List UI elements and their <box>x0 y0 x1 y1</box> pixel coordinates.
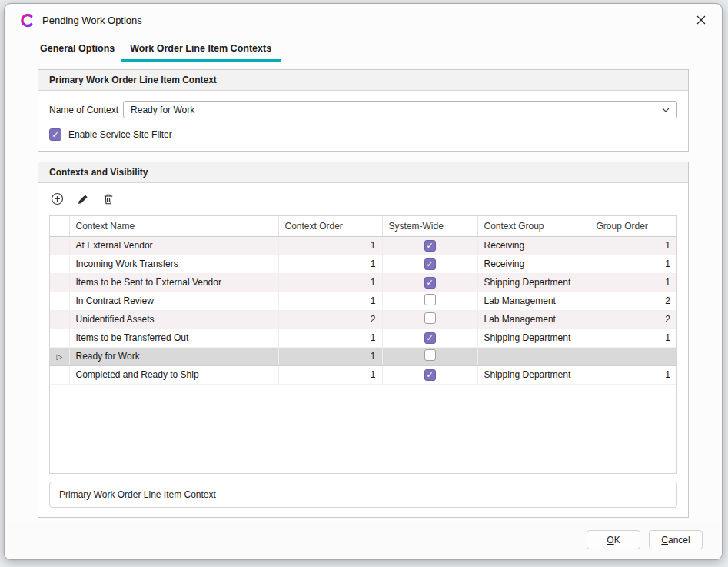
grid-footer-panel: Primary Work Order Line Item Context <box>49 482 677 508</box>
primary-context-header: Primary Work Order Line Item Context <box>38 70 688 91</box>
table-row[interactable]: Incoming Work Transfers 1 Receiving 1 <box>50 255 676 273</box>
system-wide-cell <box>382 329 477 347</box>
system-wide-checkbox[interactable] <box>424 349 436 361</box>
context-name-cell: Items to be Transferred Out <box>69 329 278 347</box>
close-icon <box>696 15 706 25</box>
system-wide-cell <box>382 310 477 329</box>
row-selector-cell <box>50 255 69 273</box>
cancel-button[interactable]: Cancel <box>649 530 703 549</box>
system-wide-checkbox[interactable] <box>424 258 436 270</box>
context-name-cell: At External Vendor <box>69 236 278 255</box>
trash-icon <box>102 193 115 205</box>
context-group-cell: Shipping Department <box>477 273 590 292</box>
context-name-cell: Incoming Work Transfers <box>69 255 278 273</box>
context-order-cell: 1 <box>278 365 382 384</box>
column-header-context-name[interactable]: Context Name <box>69 216 278 236</box>
context-group-cell: Shipping Department <box>477 365 590 384</box>
column-header-system-wide[interactable]: System-Wide <box>382 216 477 236</box>
app-logo-icon <box>20 13 35 28</box>
row-selector-cell <box>50 236 69 255</box>
row-selector-cell <box>50 365 69 384</box>
system-wide-cell <box>382 365 477 384</box>
context-name-cell: Unidentified Assets <box>69 310 278 329</box>
tab-strip: General Options Work Order Line Item Con… <box>38 39 722 62</box>
current-row-arrow-icon: ▷ <box>56 352 62 361</box>
table-row[interactable]: Completed and Ready to Ship 1 Shipping D… <box>50 365 676 384</box>
context-group-cell: Shipping Department <box>477 329 590 347</box>
system-wide-checkbox[interactable] <box>424 277 436 289</box>
system-wide-checkbox[interactable] <box>424 332 436 344</box>
row-selector-cell <box>50 310 69 329</box>
system-wide-checkbox[interactable] <box>424 294 436 305</box>
group-order-cell: 2 <box>590 310 676 329</box>
context-name-cell: In Contract Review <box>69 292 278 310</box>
pending-work-options-dialog: Pending Work Options General Options Wor… <box>4 3 723 560</box>
context-order-cell: 1 <box>278 236 382 255</box>
contexts-visibility-header: Contexts and Visibility <box>38 162 688 183</box>
group-order-cell: 2 <box>590 292 676 310</box>
contexts-visibility-groupbox: Contexts and Visibility <box>38 162 689 518</box>
delete-context-button[interactable] <box>101 192 115 206</box>
context-order-cell: 1 <box>278 255 382 273</box>
table-header-row: Context Name Context Order System-Wide C… <box>50 216 676 236</box>
table-row[interactable]: Items to be Sent to External Vendor 1 Sh… <box>50 273 676 292</box>
context-order-cell: 1 <box>278 292 382 310</box>
context-name-cell: Completed and Ready to Ship <box>69 365 278 384</box>
context-order-cell: 1 <box>278 347 382 365</box>
context-group-cell: Receiving <box>477 255 590 273</box>
table-row[interactable]: In Contract Review 1 Lab Management 2 <box>50 292 676 310</box>
group-order-cell: 1 <box>590 365 676 384</box>
tab-general-options[interactable]: General Options <box>38 39 116 62</box>
column-header-context-order[interactable]: Context Order <box>278 216 382 236</box>
tab-work-order-line-item-contexts[interactable]: Work Order Line Item Contexts <box>128 39 273 62</box>
group-order-cell: 1 <box>590 329 676 347</box>
circle-plus-icon <box>51 192 64 205</box>
ok-button[interactable]: OK <box>587 530 640 549</box>
system-wide-checkbox[interactable] <box>424 369 436 381</box>
row-selector-cell <box>50 329 69 347</box>
system-wide-cell <box>382 255 477 273</box>
context-order-cell: 1 <box>278 273 382 292</box>
group-order-cell: 1 <box>590 273 676 292</box>
context-group-cell <box>477 347 590 365</box>
name-of-context-label: Name of Context <box>49 105 118 115</box>
table-row-selected[interactable]: ▷ Ready for Work 1 <box>50 347 676 365</box>
group-order-cell: 1 <box>590 236 676 255</box>
column-header-group-order[interactable]: Group Order <box>590 216 676 236</box>
context-order-cell: 1 <box>278 329 382 347</box>
contexts-table: Context Name Context Order System-Wide C… <box>50 216 676 385</box>
chevron-down-icon <box>662 108 670 112</box>
column-header-context-group[interactable]: Context Group <box>477 216 590 236</box>
name-of-context-value: Ready for Work <box>131 105 194 115</box>
dialog-button-bar: OK Cancel <box>5 522 722 559</box>
table-row[interactable]: Items to be Transferred Out 1 Shipping D… <box>50 329 676 347</box>
system-wide-cell <box>382 347 477 365</box>
system-wide-checkbox[interactable] <box>424 312 436 324</box>
system-wide-cell <box>382 236 477 255</box>
system-wide-cell <box>382 273 477 292</box>
row-selector-cell <box>50 273 69 292</box>
group-order-cell <box>590 347 676 365</box>
context-name-cell: Items to be Sent to External Vendor <box>69 273 278 292</box>
group-order-cell: 1 <box>590 255 676 273</box>
row-selector-cell <box>50 292 69 310</box>
name-of-context-combobox[interactable]: Ready for Work <box>123 101 677 118</box>
enable-service-site-filter-label: Enable Service Site Filter <box>68 129 172 140</box>
system-wide-checkbox[interactable] <box>424 240 436 252</box>
context-group-cell: Lab Management <box>477 310 590 329</box>
context-group-cell: Receiving <box>477 236 590 255</box>
pencil-icon <box>77 193 89 205</box>
row-selector-cell: ▷ <box>50 347 69 365</box>
context-group-cell: Lab Management <box>477 292 590 310</box>
add-context-button[interactable] <box>50 192 65 206</box>
window-title: Pending Work Options <box>42 15 142 26</box>
selector-column-header <box>50 216 69 236</box>
table-row[interactable]: At External Vendor 1 Receiving 1 <box>50 236 676 255</box>
table-row[interactable]: Unidentified Assets 2 Lab Management 2 <box>50 310 676 329</box>
close-button[interactable] <box>688 8 714 32</box>
edit-context-button[interactable] <box>75 192 90 206</box>
enable-service-site-filter-checkbox[interactable] <box>49 128 61 141</box>
grid-toolbar <box>38 183 688 211</box>
system-wide-cell <box>382 292 477 310</box>
context-order-cell: 2 <box>278 310 382 329</box>
